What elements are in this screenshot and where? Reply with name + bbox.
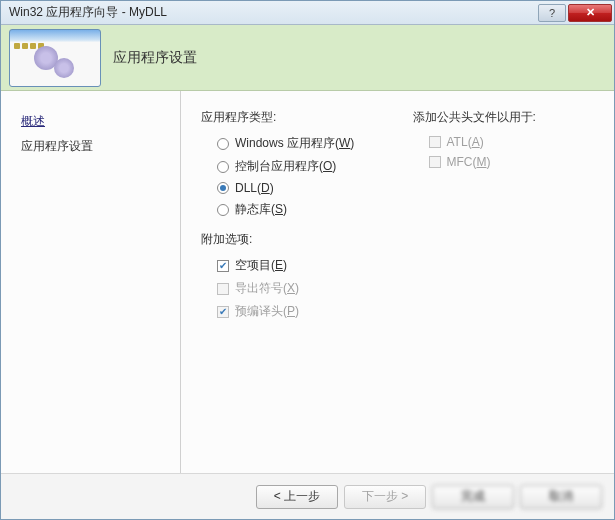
radio-static-lib[interactable]: 静态库(S)	[217, 198, 383, 221]
app-type-label: 应用程序类型:	[201, 109, 383, 126]
checkbox-mfc: MFC(M)	[429, 152, 595, 172]
checkbox-atl: ATL(A)	[429, 132, 595, 152]
footer: < 上一步 下一步 > 完成 取消	[1, 473, 614, 519]
checkbox-label: 导出符号(X)	[235, 280, 299, 297]
radio-icon	[217, 161, 229, 173]
checkbox-icon	[217, 260, 229, 272]
radio-icon	[217, 138, 229, 150]
checkbox-icon	[217, 283, 229, 295]
prev-button[interactable]: < 上一步	[256, 485, 338, 509]
next-button: 下一步 >	[344, 485, 426, 509]
sidebar-item-overview[interactable]: 概述	[21, 109, 180, 134]
checkbox-empty-project[interactable]: 空项目(E)	[217, 254, 383, 277]
additional-label: 附加选项:	[201, 231, 383, 248]
checkbox-label: 空项目(E)	[235, 257, 287, 274]
radio-dll[interactable]: DLL(D)	[217, 178, 383, 198]
sidebar-item-settings[interactable]: 应用程序设置	[21, 134, 180, 159]
checkbox-icon	[429, 156, 441, 168]
banner-icon	[9, 29, 101, 87]
app-type-group: Windows 应用程序(W) 控制台应用程序(O) DLL(D) 静	[201, 132, 383, 221]
checkbox-icon	[217, 306, 229, 318]
radio-label: DLL(D)	[235, 181, 274, 195]
finish-button[interactable]: 完成	[432, 485, 514, 509]
checkbox-label: MFC(M)	[447, 155, 491, 169]
close-button[interactable]: ✕	[568, 4, 612, 22]
title-bar: Win32 应用程序向导 - MyDLL ? ✕	[1, 1, 614, 25]
cancel-button[interactable]: 取消	[520, 485, 602, 509]
body: 概述 应用程序设置 应用程序类型: Windows 应用程序(W) 控制台应用程…	[1, 91, 614, 473]
headers-group: ATL(A) MFC(M)	[413, 132, 595, 172]
radio-label: Windows 应用程序(W)	[235, 135, 354, 152]
titlebar-buttons: ? ✕	[538, 4, 612, 22]
headers-label: 添加公共头文件以用于:	[413, 109, 595, 126]
radio-icon	[217, 182, 229, 194]
window-title: Win32 应用程序向导 - MyDLL	[9, 4, 538, 21]
checkbox-label: ATL(A)	[447, 135, 484, 149]
additional-group: 空项目(E) 导出符号(X) 预编译头(P)	[201, 254, 383, 323]
checkbox-label: 预编译头(P)	[235, 303, 299, 320]
radio-label: 控制台应用程序(O)	[235, 158, 336, 175]
checkbox-export-symbols: 导出符号(X)	[217, 277, 383, 300]
gear-icon	[54, 58, 74, 78]
checkbox-precompiled-header: 预编译头(P)	[217, 300, 383, 323]
radio-console-app[interactable]: 控制台应用程序(O)	[217, 155, 383, 178]
radio-label: 静态库(S)	[235, 201, 287, 218]
radio-windows-app[interactable]: Windows 应用程序(W)	[217, 132, 383, 155]
content: 应用程序类型: Windows 应用程序(W) 控制台应用程序(O) DL	[181, 91, 614, 473]
banner: 应用程序设置	[1, 25, 614, 91]
checkbox-icon	[429, 136, 441, 148]
help-button[interactable]: ?	[538, 4, 566, 22]
radio-icon	[217, 204, 229, 216]
wizard-window: Win32 应用程序向导 - MyDLL ? ✕ 应用程序设置 概述 应用程序设…	[0, 0, 615, 520]
banner-title: 应用程序设置	[113, 49, 197, 67]
sidebar: 概述 应用程序设置	[1, 91, 181, 473]
